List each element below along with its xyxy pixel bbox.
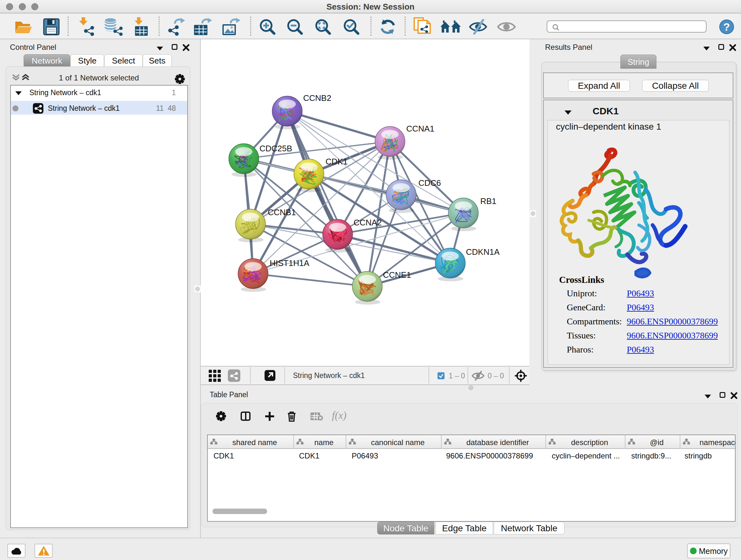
svg-text:CCNA2: CCNA2 bbox=[354, 218, 382, 227]
svg-text:CCNA1: CCNA1 bbox=[406, 124, 434, 133]
svg-text:CDC6: CDC6 bbox=[418, 178, 441, 188]
svg-text:CCNE1: CCNE1 bbox=[383, 270, 411, 280]
svg-text:CCNB2: CCNB2 bbox=[303, 93, 331, 103]
svg-text:CDKN1A: CDKN1A bbox=[466, 247, 500, 257]
svg-text:CCNB1: CCNB1 bbox=[268, 207, 296, 217]
svg-text:CDK1: CDK1 bbox=[326, 157, 347, 166]
svg-text:RB1: RB1 bbox=[480, 196, 496, 206]
svg-text:CDC25B: CDC25B bbox=[259, 144, 292, 153]
svg-text:HIST1H1A: HIST1H1A bbox=[270, 258, 310, 268]
